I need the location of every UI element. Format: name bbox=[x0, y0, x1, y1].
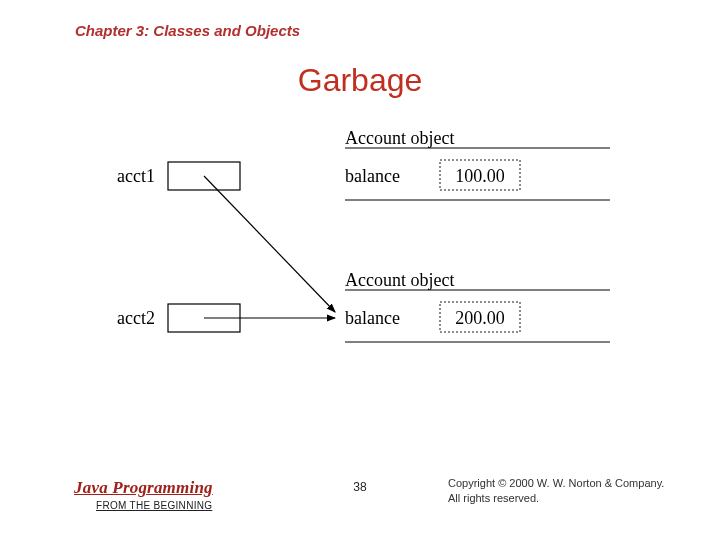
var1-label: acct1 bbox=[117, 166, 155, 186]
slide-title: Garbage bbox=[0, 62, 720, 99]
copyright-line2: All rights reserved. bbox=[448, 491, 664, 506]
book-subtitle: FROM THE BEGINNING bbox=[96, 500, 212, 511]
pointer-acct1 bbox=[204, 176, 335, 312]
obj2-title: Account object bbox=[345, 270, 454, 290]
obj2-value: 200.00 bbox=[455, 308, 505, 328]
obj2-field-label: balance bbox=[345, 308, 400, 328]
var2-label: acct2 bbox=[117, 308, 155, 328]
copyright: Copyright © 2000 W. W. Norton & Company.… bbox=[448, 476, 664, 506]
object-diagram: acct1 acct2 Account object balance 100.0… bbox=[0, 120, 720, 380]
obj1-value: 100.00 bbox=[455, 166, 505, 186]
footer: Java Programming FROM THE BEGINNING 38 C… bbox=[0, 470, 720, 520]
obj1-title: Account object bbox=[345, 128, 454, 148]
obj1-field-label: balance bbox=[345, 166, 400, 186]
copyright-line1: Copyright © 2000 W. W. Norton & Company. bbox=[448, 476, 664, 491]
chapter-heading: Chapter 3: Classes and Objects bbox=[75, 22, 300, 39]
